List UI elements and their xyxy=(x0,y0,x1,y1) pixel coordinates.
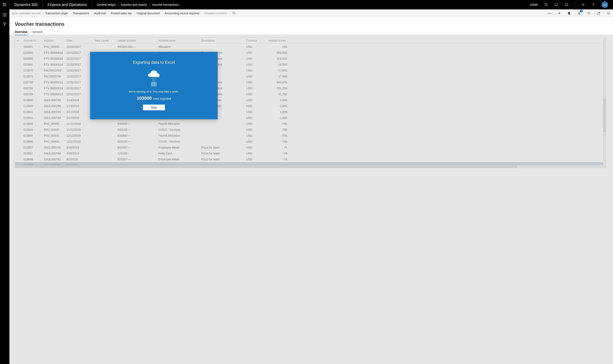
page-title: Voucher transactions xyxy=(15,21,613,27)
gear-icon xyxy=(582,3,585,6)
svg-point-26 xyxy=(155,80,155,80)
svg-rect-3 xyxy=(3,4,4,5)
svg-point-25 xyxy=(154,80,154,80)
svg-line-10 xyxy=(547,5,548,6)
svg-rect-8 xyxy=(5,5,6,6)
refresh-icon xyxy=(587,12,590,15)
action-bar: View subledger journal Transaction origi… xyxy=(9,9,613,17)
chevron-right-icon: › xyxy=(149,3,150,6)
paperclip-icon xyxy=(578,12,581,15)
nav-rail xyxy=(0,9,9,364)
svg-rect-7 xyxy=(4,5,5,6)
chevron-right-icon: › xyxy=(118,3,119,6)
svg-rect-4 xyxy=(4,4,5,5)
svg-rect-1 xyxy=(4,3,5,4)
svg-point-12 xyxy=(565,3,568,6)
chat-icon xyxy=(555,3,558,6)
svg-point-17 xyxy=(233,12,235,14)
svg-point-14 xyxy=(567,4,567,5)
user-avatar[interactable]: AD xyxy=(601,1,608,8)
messages-button[interactable] xyxy=(554,3,559,7)
search-button[interactable] xyxy=(544,3,548,7)
svg-rect-2 xyxy=(5,3,6,4)
search-icon xyxy=(233,12,235,15)
app-launcher-button[interactable] xyxy=(0,0,9,9)
modal-message: We're working on it. This may take a whi… xyxy=(129,90,179,93)
more-icon: ••• xyxy=(548,12,552,15)
overflow-button[interactable]: ••• xyxy=(547,11,552,16)
filter-button[interactable] xyxy=(3,23,6,26)
action-link[interactable]: View subledger journal xyxy=(12,12,40,15)
brand-label[interactable]: Dynamics 365 xyxy=(9,0,43,9)
help-icon xyxy=(592,3,595,6)
svg-point-24 xyxy=(152,80,153,80)
smiley-icon xyxy=(565,3,568,6)
svg-point-23 xyxy=(155,78,156,79)
action-link[interactable]: Posted sales tax xyxy=(111,12,132,15)
svg-line-18 xyxy=(234,14,235,14)
filter-icon xyxy=(3,23,6,26)
waffle-icon xyxy=(3,3,6,6)
main-content: Voucher transactions Overview General Jo… xyxy=(9,17,613,364)
action-link[interactable]: Original document xyxy=(137,12,160,15)
popout-icon xyxy=(597,12,600,15)
action-link[interactable]: Transactions xyxy=(73,12,89,15)
close-button[interactable] xyxy=(606,11,611,16)
close-icon xyxy=(607,12,610,15)
search-icon xyxy=(545,3,548,6)
svg-point-20 xyxy=(152,78,152,79)
popout-button[interactable] xyxy=(596,11,601,16)
export-progress: 103000 rows exported xyxy=(137,96,171,101)
action-link[interactable]: Accounting source explorer xyxy=(165,12,200,15)
svg-point-28 xyxy=(154,81,155,81)
power-apps-button[interactable] xyxy=(557,11,562,16)
svg-point-22 xyxy=(154,78,155,79)
action-link[interactable]: Related vouchers xyxy=(204,12,227,15)
attachments-button[interactable] xyxy=(577,11,582,16)
breadcrumb-item[interactable]: Inquiries and reports xyxy=(121,3,147,6)
stop-button[interactable]: Stop xyxy=(143,104,165,110)
company-label[interactable]: USMF xyxy=(530,3,538,6)
feedback-button[interactable] xyxy=(565,3,569,7)
office-button[interactable] xyxy=(567,11,572,16)
office-icon xyxy=(568,12,571,15)
svg-rect-11 xyxy=(555,3,558,5)
export-modal: Exporting data to Excel We're worki xyxy=(90,52,218,119)
svg-rect-6 xyxy=(3,5,4,6)
divider xyxy=(575,2,575,7)
cloud-export-icon xyxy=(146,68,162,87)
help-button[interactable] xyxy=(591,3,595,7)
refresh-button[interactable] xyxy=(587,11,591,16)
diamond-icon xyxy=(558,12,561,15)
svg-point-15 xyxy=(583,4,584,5)
svg-rect-0 xyxy=(3,3,4,4)
svg-rect-5 xyxy=(5,4,6,5)
app-name-label[interactable]: Finance and Operations xyxy=(43,0,92,9)
nav-menu-button[interactable] xyxy=(3,13,7,16)
modal-title: Exporting data to Excel xyxy=(133,60,175,65)
svg-rect-29 xyxy=(151,82,156,86)
export-count-label: rows exported xyxy=(153,97,171,100)
hamburger-icon xyxy=(3,13,7,16)
action-search-button[interactable] xyxy=(232,11,236,16)
action-link[interactable]: Transaction origin xyxy=(45,12,68,15)
settings-button[interactable] xyxy=(581,3,585,7)
svg-point-21 xyxy=(153,78,154,79)
svg-point-27 xyxy=(153,81,154,81)
export-count: 103000 xyxy=(137,96,152,101)
svg-point-13 xyxy=(566,4,566,5)
svg-point-9 xyxy=(545,3,547,5)
svg-point-16 xyxy=(593,5,594,6)
breadcrumb-item[interactable]: Voucher transactions xyxy=(152,3,179,6)
action-link[interactable]: Audit trail xyxy=(94,12,106,15)
breadcrumb: General ledger › Inquiries and reports ›… xyxy=(92,3,183,6)
global-header: Dynamics 365 Finance and Operations Gene… xyxy=(0,0,613,9)
breadcrumb-item[interactable]: General ledger xyxy=(97,3,116,6)
